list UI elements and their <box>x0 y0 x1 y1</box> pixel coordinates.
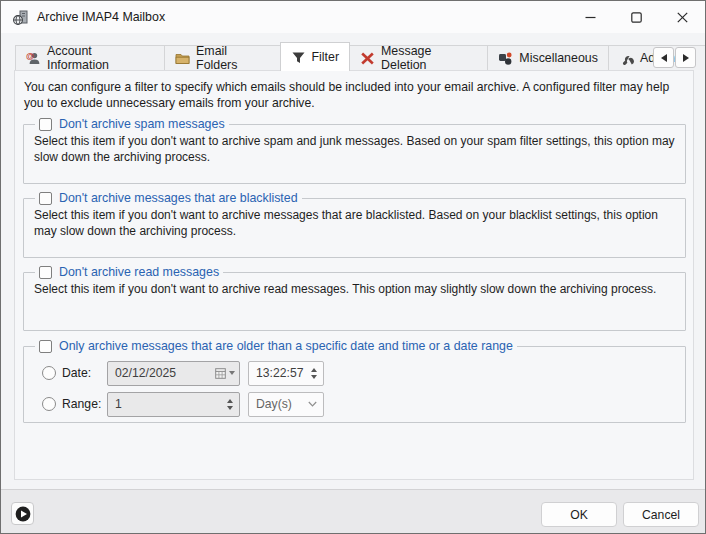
scroll-left-icon <box>661 54 667 62</box>
tab-filter[interactable]: Filter <box>280 42 351 71</box>
title-bar: Archive IMAP4 Mailbox <box>1 1 705 33</box>
tab-scroller <box>653 47 696 68</box>
dont-archive-spam-checkbox[interactable] <box>39 118 52 131</box>
date-row: Date: 02/12/2025 <box>42 360 675 386</box>
group-description: Select this item if you don't want to ar… <box>34 208 675 239</box>
tab-strip: @ Account Information Email Folders Filt… <box>15 45 705 70</box>
dont-archive-read-checkbox[interactable] <box>39 266 52 279</box>
app-icon <box>12 9 29 26</box>
scroll-right-icon <box>683 54 689 62</box>
group-legend: Don't archive read messages <box>35 265 223 279</box>
spinner-up-icon <box>311 368 317 372</box>
advanced-icon <box>619 51 634 66</box>
dropdown-caret-icon <box>229 371 235 375</box>
date-radio-label[interactable]: Date: <box>62 366 107 380</box>
minimize-icon <box>585 12 596 23</box>
caption-buttons <box>567 1 705 33</box>
dropdown-chevron <box>306 393 318 416</box>
spinner-down-icon <box>227 406 233 410</box>
delete-icon <box>360 51 375 66</box>
group-archive-older-than: Only archive messages that are older tha… <box>23 339 686 423</box>
tab-label: Filter <box>312 50 340 64</box>
date-value: 02/12/2025 <box>108 366 176 380</box>
cancel-button[interactable]: Cancel <box>623 502 699 527</box>
tab-message-deletion[interactable]: Message Deletion <box>349 45 488 70</box>
checkbox-label[interactable]: Only archive messages that are older tha… <box>59 339 513 353</box>
checkbox-label[interactable]: Don't archive spam messages <box>59 117 225 131</box>
time-value: 13:22:57 <box>249 366 303 380</box>
tab-label: Account Information <box>47 44 154 72</box>
date-picker-input[interactable]: 02/12/2025 <box>107 361 240 386</box>
tab-scroll-left-button[interactable] <box>653 47 674 68</box>
range-value: 1 <box>108 397 122 411</box>
group-description: Select this item if you don't want to ar… <box>34 134 675 165</box>
tab-miscellaneous[interactable]: Miscellaneous <box>487 45 609 70</box>
range-spinner[interactable] <box>224 393 236 416</box>
calendar-icon <box>215 368 226 379</box>
misc-icon <box>498 51 513 66</box>
archive-older-than-checkbox[interactable] <box>39 340 52 353</box>
range-unit-value: Day(s) <box>249 397 292 411</box>
checkbox-label[interactable]: Don't archive messages that are blacklis… <box>59 191 298 205</box>
tab-scroll-right-button[interactable] <box>675 47 696 68</box>
dont-archive-blacklisted-checkbox[interactable] <box>39 192 52 205</box>
archive-imap4-mailbox-dialog: Archive IMAP4 Mailbox @ Account Informat… <box>0 0 706 534</box>
group-dont-archive-spam: Don't archive spam messages Select this … <box>23 117 686 184</box>
group-dont-archive-blacklisted: Don't archive messages that are blacklis… <box>23 191 686 258</box>
close-button[interactable] <box>659 1 705 33</box>
group-legend: Only archive messages that are older tha… <box>35 339 517 353</box>
tab-account-information[interactable]: @ Account Information <box>15 45 165 70</box>
tab-label: Email Folders <box>196 44 269 72</box>
folder-icon <box>175 51 190 66</box>
tab-label: Message Deletion <box>381 44 477 72</box>
account-icon: @ <box>26 51 41 66</box>
group-legend: Don't archive spam messages <box>35 117 229 131</box>
filter-icon <box>291 50 306 65</box>
footer-bar: OK Cancel <box>1 489 705 534</box>
spinner-down-icon <box>311 375 317 379</box>
svg-text:@: @ <box>26 51 34 61</box>
filter-tab-page: You can configure a filter to specify wh… <box>14 70 694 480</box>
time-spinner[interactable] <box>308 362 320 385</box>
close-icon <box>677 12 688 23</box>
minimize-button[interactable] <box>567 1 613 33</box>
ok-button[interactable]: OK <box>541 502 617 527</box>
checkbox-label[interactable]: Don't archive read messages <box>59 265 219 279</box>
window-title: Archive IMAP4 Mailbox <box>37 10 165 24</box>
range-radio[interactable] <box>42 397 56 411</box>
group-legend: Don't archive messages that are blacklis… <box>35 191 302 205</box>
chevron-down-icon <box>308 401 317 407</box>
maximize-icon <box>631 12 642 23</box>
tab-label: Miscellaneous <box>519 51 598 65</box>
range-number-input[interactable]: 1 <box>107 392 240 417</box>
time-input[interactable]: 13:22:57 <box>248 361 324 386</box>
spinner-up-icon <box>227 399 233 403</box>
tab-email-folders[interactable]: Email Folders <box>164 45 280 70</box>
maximize-button[interactable] <box>613 1 659 33</box>
range-radio-label[interactable]: Range: <box>62 397 107 411</box>
group-description: Select this item if you don't want to ar… <box>34 282 675 298</box>
range-unit-dropdown[interactable]: Day(s) <box>248 392 324 417</box>
play-icon <box>15 506 31 522</box>
group-dont-archive-read: Don't archive read messages Select this … <box>23 265 686 331</box>
date-radio[interactable] <box>42 366 56 380</box>
filter-intro-text: You can configure a filter to specify wh… <box>24 79 682 111</box>
range-row: Range: 1 Day(s) <box>42 391 675 417</box>
play-button[interactable] <box>11 502 34 525</box>
